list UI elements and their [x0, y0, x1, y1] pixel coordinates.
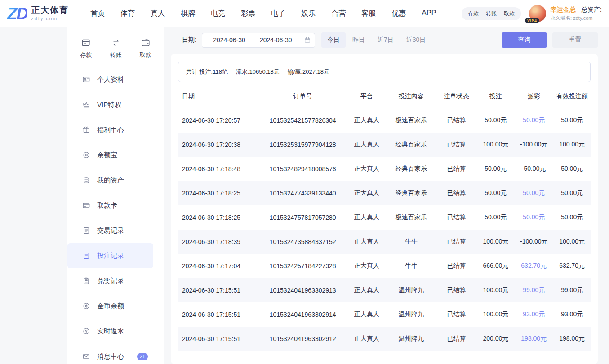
- clipboard-icon: [82, 277, 90, 285]
- topbar-deposit-button[interactable]: 存款: [468, 10, 479, 18]
- range-yesterday-button[interactable]: 昨日: [347, 32, 371, 48]
- cell-content: 温州牌九: [387, 327, 436, 351]
- cell-status: 已结算: [436, 205, 477, 230]
- nav-item-service[interactable]: 客服: [361, 9, 376, 18]
- cell-payout: 50.00元: [514, 181, 553, 205]
- column-header: 平台: [347, 85, 386, 108]
- cell-status: 已结算: [436, 254, 477, 278]
- cell-content: 牛牛: [387, 230, 436, 254]
- cell-order: 1015324041963302913: [258, 278, 347, 302]
- table-row: 2024-06-30 17:15:511015324041963302912正大…: [178, 327, 591, 351]
- unread-count-badge: 21: [137, 353, 148, 360]
- cell-date: 2024-06-30 17:18:48: [178, 157, 258, 181]
- sidebar-item-profile[interactable]: 个人资料: [67, 67, 153, 92]
- vip-icon: [82, 101, 90, 109]
- cell-bet: 100.00元: [477, 133, 515, 157]
- quick-withdraw-label: 取款: [140, 51, 151, 59]
- brand-name: 正大体育: [31, 6, 69, 15]
- sidebar-item-bet-records[interactable]: 投注记录: [67, 243, 153, 268]
- sidebar-item-assets[interactable]: 我的资产: [67, 168, 153, 193]
- topbar-transfer-button[interactable]: 转账: [486, 10, 497, 18]
- column-header: 派彩: [514, 85, 553, 108]
- nav-item-partner[interactable]: 合营: [331, 9, 346, 18]
- sidebar-item-rebate[interactable]: 实时返水: [67, 319, 153, 344]
- nav-item-entertainment[interactable]: 娱乐: [301, 9, 316, 18]
- nav-item-app[interactable]: APP: [422, 9, 436, 18]
- range-today-button[interactable]: 今日: [321, 32, 346, 48]
- nav-item-lottery[interactable]: 彩票: [241, 9, 255, 18]
- cell-payout: 50.00元: [514, 205, 553, 230]
- sidebar-item-transactions[interactable]: 交易记录: [67, 218, 153, 243]
- cell-content: 牛牛: [387, 254, 436, 278]
- quick-transfer-button[interactable]: 转账: [103, 38, 129, 59]
- cell-status: 已结算: [436, 230, 477, 254]
- range-last7-button[interactable]: 近7日: [372, 32, 400, 48]
- permanent-domain-note: 永久域名: zdty.com: [551, 15, 602, 21]
- date-range-input[interactable]: 2024-06-30 ~ 2024-06-30: [202, 33, 315, 48]
- table-row: 2024-06-30 17:18:251015324757817057280正大…: [178, 205, 591, 230]
- main-nav: 首页体育真人棋牌电竞彩票电子娱乐合营客服优惠APP: [90, 9, 436, 18]
- cell-valid: 93.00元: [553, 302, 591, 327]
- nav-item-esports[interactable]: 电竞: [211, 9, 225, 18]
- cell-payout: 50.00元: [514, 108, 553, 133]
- cell-platform: 正大真人: [347, 108, 386, 133]
- cell-order: 1015324829418008576: [258, 157, 347, 181]
- cell-platform: 正大真人: [347, 133, 386, 157]
- cell-content: 经典百家乐: [387, 181, 436, 205]
- sidebar-item-vip[interactable]: VIP特权: [67, 92, 153, 117]
- cell-bet: 666.00元: [477, 254, 515, 278]
- nav-item-promo[interactable]: 优惠: [391, 9, 406, 18]
- cell-status: 已结算: [436, 302, 477, 327]
- quick-deposit-button[interactable]: 存款: [73, 38, 99, 59]
- target-icon: [82, 151, 90, 159]
- nav-item-board-games[interactable]: 棋牌: [181, 9, 195, 18]
- sidebar-item-gold-balance[interactable]: 金币余额: [67, 293, 153, 319]
- gift-icon: [82, 126, 90, 134]
- cell-status: 已结算: [436, 157, 477, 181]
- column-header: 投注: [477, 85, 515, 108]
- nav-item-home[interactable]: 首页: [90, 9, 105, 18]
- cell-date: 2024-06-30 17:18:25: [178, 181, 258, 205]
- quick-withdraw-button[interactable]: 取款: [133, 38, 159, 59]
- table-row: 2024-06-30 17:20:381015325315977904128正大…: [178, 133, 591, 157]
- sidebar-item-label: 消息中心: [97, 352, 124, 361]
- cell-bet: 50.00元: [477, 157, 515, 181]
- user-box[interactable]: VIP4 幸运金总 总资产: 永久域名: zdty.com: [529, 5, 602, 22]
- coins-icon: [82, 176, 90, 184]
- sidebar-item-redeem-records[interactable]: 兑奖记录: [67, 268, 153, 293]
- sidebar-item-welfare[interactable]: 福利中心: [67, 117, 153, 142]
- username: 幸运金总: [551, 6, 576, 13]
- wallet-actions: 存款转账取款: [462, 7, 521, 20]
- cell-bet: 100.00元: [477, 302, 515, 327]
- cell-platform: 正大真人: [347, 157, 386, 181]
- cell-payout: -100.00元: [514, 230, 553, 254]
- search-button[interactable]: 查询: [502, 32, 547, 48]
- sidebar-item-messages[interactable]: 消息中心21: [67, 344, 153, 364]
- sidebar-item-label: 我的资产: [97, 176, 124, 185]
- summary-turnover: 流水:10650.18元: [236, 68, 280, 76]
- range-last30-button[interactable]: 近30日: [400, 32, 432, 48]
- cell-content: 温州牌九: [387, 278, 436, 302]
- reset-button[interactable]: 重置: [552, 32, 598, 48]
- quick-deposit-label: 存款: [80, 51, 92, 59]
- topbar-withdraw-button[interactable]: 取款: [504, 10, 515, 18]
- sidebar-item-yuebao[interactable]: 余额宝: [67, 142, 153, 168]
- brand-logo[interactable]: ZD 正大体育 zdty.com: [7, 5, 69, 22]
- brand-domain: zdty.com: [31, 16, 69, 21]
- nav-item-sports[interactable]: 体育: [120, 9, 135, 18]
- bet-records-card: 共计 投注:118笔 流水:10650.18元 输/赢:2027.18元 日期订…: [171, 54, 598, 364]
- id-card-icon: [82, 75, 90, 84]
- nav-item-slots[interactable]: 电子: [271, 9, 285, 18]
- brand-logo-icon: ZD: [7, 5, 27, 22]
- cell-order: 1015324757817057280: [258, 205, 347, 230]
- sidebar-item-label: 余额宝: [97, 151, 117, 160]
- column-header: 有效投注额: [553, 85, 591, 108]
- cell-valid: 198.00元: [553, 327, 591, 351]
- table-row: 2024-06-30 17:20:571015325421577826304正大…: [178, 108, 591, 133]
- cell-bet: 200.00元: [477, 327, 515, 351]
- sidebar-menu: 个人资料VIP特权福利中心余额宝我的资产取款卡交易记录投注记录兑奖记录金币余额实…: [67, 67, 164, 364]
- nav-item-live[interactable]: 真人: [151, 9, 165, 18]
- cell-platform: 正大真人: [347, 302, 386, 327]
- cell-status: 已结算: [436, 278, 477, 302]
- sidebar-item-withdraw-card[interactable]: 取款卡: [67, 193, 153, 218]
